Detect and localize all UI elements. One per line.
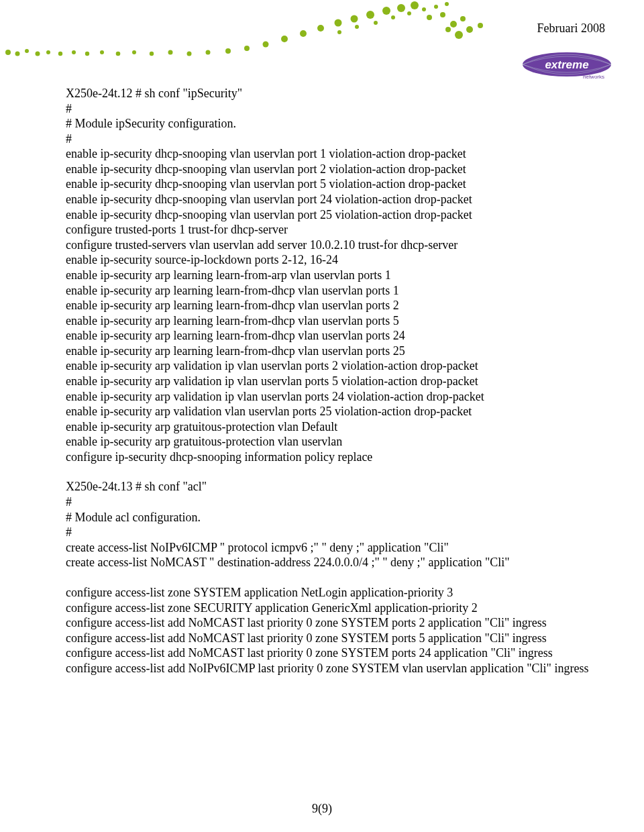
svg-point-23 bbox=[366, 11, 374, 19]
svg-point-13 bbox=[187, 52, 192, 56]
svg-point-37 bbox=[450, 21, 457, 28]
config-line: configure access-list add NoIPv6ICMP las… bbox=[66, 661, 590, 676]
config-line: # Module ipSecurity configuration. bbox=[66, 116, 590, 132]
document-body: X250e-24t.12 # sh conf "ipSecurity"## Mo… bbox=[66, 86, 590, 690]
svg-point-41 bbox=[455, 31, 463, 39]
config-line: enable ip-security dhcp-snooping vlan us… bbox=[66, 146, 590, 162]
svg-point-16 bbox=[244, 46, 250, 51]
svg-point-24 bbox=[382, 7, 390, 15]
config-line: # Module acl configuration. bbox=[66, 510, 590, 525]
svg-point-2 bbox=[25, 49, 29, 53]
config-line: X250e-24t.13 # sh conf "acl" bbox=[66, 479, 590, 495]
svg-point-26 bbox=[411, 1, 419, 9]
svg-point-34 bbox=[445, 2, 449, 6]
svg-point-9 bbox=[116, 52, 121, 56]
svg-point-4 bbox=[46, 50, 50, 54]
svg-point-28 bbox=[355, 25, 359, 29]
svg-point-29 bbox=[374, 21, 378, 25]
svg-point-14 bbox=[206, 50, 211, 55]
svg-point-6 bbox=[72, 50, 76, 54]
svg-point-3 bbox=[36, 52, 40, 56]
config-line: X250e-24t.12 # sh conf "ipSecurity" bbox=[66, 86, 590, 101]
config-line: enable ip-security arp learning learn-fr… bbox=[66, 344, 590, 359]
svg-point-12 bbox=[168, 50, 173, 55]
svg-point-22 bbox=[351, 15, 358, 23]
document-date: Februari 2008 bbox=[537, 21, 605, 36]
config-line: enable ip-security arp learning learn-fr… bbox=[66, 313, 590, 329]
config-line: enable ip-security arp validation ip vla… bbox=[66, 374, 590, 389]
config-line: configure access-list add NoMCAST last p… bbox=[66, 615, 590, 631]
config-line: enable ip-security arp gratuitous-protec… bbox=[66, 419, 590, 435]
svg-point-32 bbox=[422, 7, 426, 11]
svg-point-15 bbox=[225, 48, 231, 54]
svg-point-33 bbox=[434, 5, 438, 9]
config-line: # bbox=[66, 525, 590, 540]
config-line: enable ip-security source-ip-lockdown po… bbox=[66, 252, 590, 268]
config-block: X250e-24t.12 # sh conf "ipSecurity"## Mo… bbox=[66, 86, 590, 464]
svg-text:networks: networks bbox=[583, 74, 604, 80]
svg-point-11 bbox=[150, 52, 154, 56]
config-line: configure access-list zone SECURITY appl… bbox=[66, 601, 590, 616]
svg-point-17 bbox=[263, 42, 269, 48]
config-line: configure access-list add NoMCAST last p… bbox=[66, 631, 590, 646]
config-line: enable ip-security arp learning learn-fr… bbox=[66, 268, 590, 283]
svg-point-31 bbox=[407, 11, 411, 15]
config-line: enable ip-security dhcp-snooping vlan us… bbox=[66, 176, 590, 192]
svg-point-40 bbox=[478, 23, 483, 28]
svg-point-10 bbox=[132, 50, 136, 54]
config-line: enable ip-security arp validation vlan u… bbox=[66, 404, 590, 419]
config-line: # bbox=[66, 101, 590, 117]
config-line: enable ip-security arp validation ip vla… bbox=[66, 358, 590, 374]
config-line: enable ip-security arp validation ip vla… bbox=[66, 389, 590, 405]
svg-point-39 bbox=[466, 26, 473, 33]
svg-point-21 bbox=[335, 19, 342, 27]
config-line: create access-list NoIPv6ICMP " protocol… bbox=[66, 540, 590, 556]
config-line: configure access-list zone SYSTEM applic… bbox=[66, 585, 590, 601]
config-block: X250e-24t.13 # sh conf "acl"## Module ac… bbox=[66, 479, 590, 570]
config-line: enable ip-security arp learning learn-fr… bbox=[66, 283, 590, 299]
svg-point-7 bbox=[85, 52, 89, 56]
config-line: enable ip-security dhcp-snooping vlan us… bbox=[66, 192, 590, 207]
config-line: configure ip-security dhcp-snooping info… bbox=[66, 450, 590, 465]
svg-point-18 bbox=[281, 36, 288, 42]
config-line: # bbox=[66, 495, 590, 510]
config-line: # bbox=[66, 132, 590, 147]
svg-point-0 bbox=[5, 50, 11, 55]
svg-point-19 bbox=[300, 30, 307, 37]
extreme-networks-logo: extreme networks bbox=[519, 50, 616, 83]
config-block: configure access-list zone SYSTEM applic… bbox=[66, 585, 590, 676]
config-line: enable ip-security arp gratuitous-protec… bbox=[66, 434, 590, 450]
config-line: configure access-list add NoMCAST last p… bbox=[66, 645, 590, 661]
config-line: enable ip-security arp learning learn-fr… bbox=[66, 328, 590, 344]
svg-point-27 bbox=[337, 30, 341, 34]
config-line: configure trusted-ports 1 trust-for dhcp… bbox=[66, 222, 590, 238]
page-number: 9(9) bbox=[0, 802, 644, 816]
svg-point-8 bbox=[100, 50, 104, 54]
svg-point-25 bbox=[397, 4, 405, 12]
svg-point-36 bbox=[440, 12, 445, 17]
svg-point-30 bbox=[391, 15, 395, 19]
config-line: enable ip-security dhcp-snooping vlan us… bbox=[66, 162, 590, 177]
svg-point-42 bbox=[445, 27, 451, 32]
svg-point-5 bbox=[58, 52, 62, 56]
svg-point-1 bbox=[15, 52, 20, 56]
svg-point-35 bbox=[427, 15, 432, 20]
svg-point-38 bbox=[460, 16, 466, 21]
svg-text:extreme: extreme bbox=[545, 58, 588, 71]
config-line: enable ip-security arp learning learn-fr… bbox=[66, 298, 590, 313]
svg-point-20 bbox=[317, 25, 324, 32]
config-line: create access-list NoMCAST " destination… bbox=[66, 555, 590, 570]
config-line: configure trusted-servers vlan uservlan … bbox=[66, 238, 590, 253]
config-line: enable ip-security dhcp-snooping vlan us… bbox=[66, 207, 590, 223]
